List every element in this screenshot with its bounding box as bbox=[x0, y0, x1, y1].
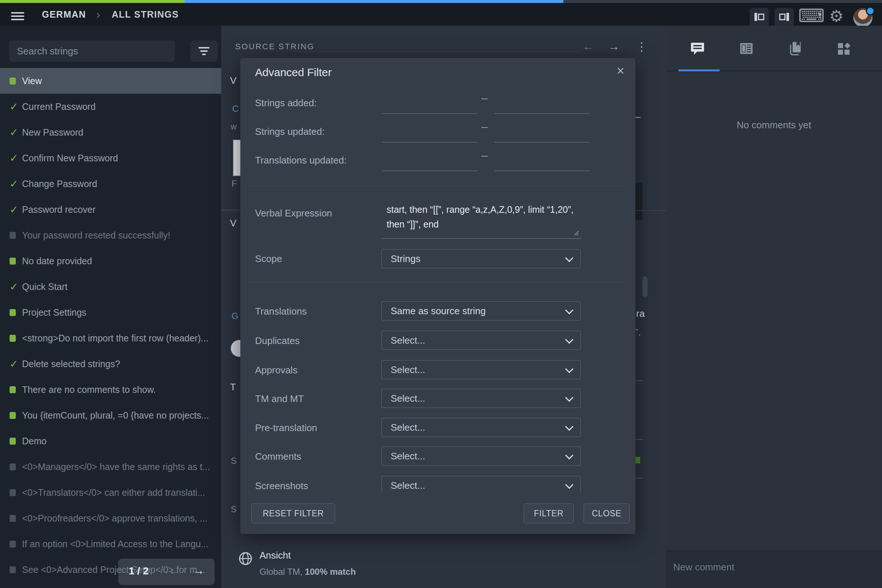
strings-updated-from-input[interactable] bbox=[382, 125, 478, 142]
translated-status-icon bbox=[9, 309, 22, 316]
context-text-fragment: w bbox=[231, 122, 237, 132]
list-item[interactable]: There are no comments to show. bbox=[0, 376, 221, 402]
top-bar: GERMAN › ALL STRINGS ⌨ ⚙ bbox=[0, 3, 882, 26]
approved-status-icon: ✓ bbox=[9, 281, 22, 293]
screenshots-label: Screenshots bbox=[255, 480, 308, 492]
close-button[interactable]: CLOSE bbox=[584, 504, 630, 524]
tab-apps[interactable] bbox=[835, 40, 854, 59]
list-item[interactable]: No date provided bbox=[0, 248, 221, 274]
list-item[interactable]: ✓ Confirm New Password bbox=[0, 145, 221, 171]
range-dash: – bbox=[482, 120, 488, 133]
pagination: 1 / 2 ← → bbox=[118, 559, 214, 585]
strings-added-label: Strings added: bbox=[255, 98, 317, 109]
list-item[interactable]: If an option <0>Limited Access to the La… bbox=[0, 531, 221, 557]
tab-translation-memory[interactable] bbox=[786, 40, 805, 59]
strings-added-to-input[interactable] bbox=[494, 96, 590, 114]
untranslated-status-icon bbox=[9, 464, 22, 470]
text-fragment: S bbox=[231, 456, 237, 466]
strings-updated-to-input[interactable] bbox=[494, 125, 590, 142]
underline-fragment bbox=[635, 380, 643, 381]
filter-icon bbox=[198, 47, 210, 55]
redo-arrow-icon[interactable]: → bbox=[608, 40, 620, 53]
list-item[interactable]: ✓ New Password bbox=[0, 119, 221, 145]
list-item[interactable]: ✓ Quick Start bbox=[0, 274, 221, 300]
list-item[interactable]: ✓ Change Password bbox=[0, 171, 221, 196]
tab-context[interactable] bbox=[737, 40, 756, 59]
translations-select[interactable]: Same as source string bbox=[381, 302, 580, 321]
tab-comments[interactable] bbox=[688, 40, 707, 59]
undo-arrow-icon[interactable]: ← bbox=[582, 40, 594, 53]
scope-select[interactable]: Strings bbox=[381, 249, 580, 268]
strings-added-from-input[interactable] bbox=[382, 96, 478, 114]
close-icon[interactable]: × bbox=[616, 63, 624, 79]
filter-button[interactable] bbox=[190, 40, 218, 62]
layout-left-panel-button[interactable] bbox=[750, 8, 769, 27]
untranslated-status-icon bbox=[9, 541, 22, 548]
modal-footer: RESET FILTER FILTER CLOSE bbox=[240, 492, 635, 534]
status-square-fragment bbox=[635, 457, 640, 464]
tm-and-mt-select[interactable]: Select... bbox=[381, 389, 580, 408]
book-bookmark-icon bbox=[788, 41, 803, 58]
keyboard-icon[interactable]: ⌨ bbox=[801, 3, 822, 28]
approved-status-icon: ✓ bbox=[9, 358, 22, 370]
list-item[interactable]: <strong>Do not import the first row (hea… bbox=[0, 325, 221, 351]
list-item[interactable]: Demo bbox=[0, 428, 221, 454]
next-page-icon[interactable]: → bbox=[193, 564, 204, 578]
chevron-down-icon bbox=[565, 365, 574, 374]
divider bbox=[294, 51, 580, 52]
approvals-select[interactable]: Select... bbox=[381, 360, 580, 379]
source-text-fragment: V bbox=[230, 75, 236, 86]
list-item[interactable]: Your password reseted successfully! bbox=[0, 222, 221, 248]
more-options-icon[interactable]: ⋮ bbox=[636, 40, 648, 54]
verbal-expression-textarea[interactable]: start, then “[[”, range “a,z,A,Z,0,9”, l… bbox=[387, 202, 583, 231]
page-indicator: 1 / 2 bbox=[129, 565, 148, 577]
list-item[interactable]: You {itemCount, plural, =0 {have no proj… bbox=[0, 402, 221, 428]
range-dash: – bbox=[482, 92, 488, 104]
comments-label: Comments bbox=[255, 451, 302, 462]
approved-status-icon: ✓ bbox=[9, 204, 22, 216]
divider bbox=[249, 186, 627, 186]
prev-page-icon[interactable]: ← bbox=[168, 564, 180, 578]
panel-resize-handle[interactable] bbox=[642, 276, 648, 297]
duplicates-select[interactable]: Select... bbox=[381, 331, 580, 350]
comments-select[interactable]: Select... bbox=[381, 447, 580, 466]
pre-translation-select[interactable]: Select... bbox=[381, 418, 580, 437]
untranslated-status-icon bbox=[9, 232, 22, 239]
list-item[interactable]: ✓ Delete selected strings? bbox=[0, 351, 221, 376]
new-comment-input[interactable] bbox=[669, 561, 876, 573]
comment-icon bbox=[690, 41, 705, 58]
search-input[interactable] bbox=[9, 40, 175, 62]
translations-updated-to-input[interactable] bbox=[494, 154, 590, 171]
translations-updated-from-input[interactable] bbox=[382, 154, 478, 171]
new-comment-area bbox=[666, 550, 882, 588]
filter-button-confirm[interactable]: FILTER bbox=[524, 504, 574, 524]
list-item[interactable]: ✓ Password recover bbox=[0, 196, 221, 222]
tm-and-mt-label: TM and MT bbox=[255, 393, 304, 405]
approved-status-icon: ✓ bbox=[9, 126, 22, 138]
underline-fragment bbox=[635, 478, 643, 478]
reset-filter-button[interactable]: RESET FILTER bbox=[251, 504, 335, 524]
suggestion-text-fragment: ra bbox=[636, 308, 645, 320]
list-item[interactable]: <0>Translators</0> can either add transl… bbox=[0, 480, 221, 506]
resize-handle-icon[interactable] bbox=[573, 230, 579, 237]
scrollbar-thumb[interactable] bbox=[635, 183, 642, 220]
list-item[interactable]: Project Settings bbox=[0, 300, 221, 325]
suggestion-text-fragment: ”, bbox=[635, 327, 641, 338]
translated-status-icon bbox=[9, 258, 22, 265]
menu-icon[interactable] bbox=[11, 10, 25, 21]
tm-match-percent: 100% match bbox=[305, 567, 356, 577]
list-item[interactable]: <0>Proofreaders</0> approve translations… bbox=[0, 506, 221, 531]
list-item[interactable]: View bbox=[0, 68, 221, 94]
breadcrumb-section[interactable]: ALL STRINGS bbox=[112, 3, 179, 26]
gear-icon[interactable]: ⚙ bbox=[826, 3, 847, 28]
panel-right-icon bbox=[778, 12, 790, 24]
chevron-down-icon bbox=[565, 481, 574, 489]
translated-status-icon bbox=[9, 412, 22, 419]
breadcrumb-project[interactable]: GERMAN bbox=[42, 3, 86, 26]
layout-right-panel-button[interactable] bbox=[775, 8, 794, 27]
list-item[interactable]: ✓ Current Password bbox=[0, 94, 221, 119]
active-tab-indicator bbox=[678, 69, 720, 71]
progress-segment-approved bbox=[184, 0, 563, 3]
list-item[interactable]: <0>Managers</0> have the same rights as … bbox=[0, 454, 221, 480]
online-status-dot bbox=[866, 7, 874, 15]
